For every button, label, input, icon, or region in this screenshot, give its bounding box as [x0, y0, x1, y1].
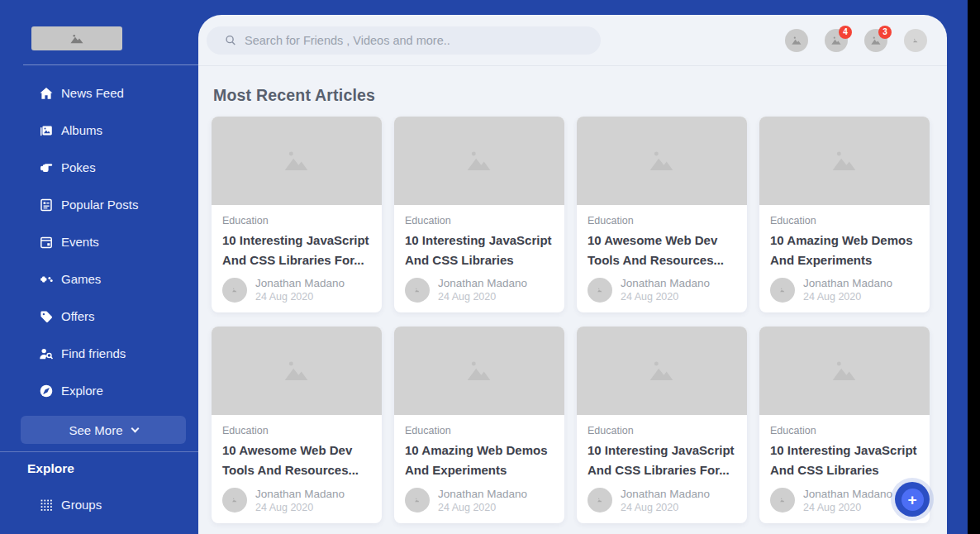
- calendar-icon: [39, 235, 54, 250]
- author-avatar: [405, 488, 430, 513]
- sidebar-item-offers[interactable]: Offers: [0, 298, 198, 335]
- plus-icon: +: [902, 489, 924, 511]
- article-date: 24 Aug 2020: [438, 502, 527, 513]
- article-author-row: Jonathan Madano 24 Aug 2020: [588, 488, 735, 513]
- avatar-placeholder-icon: [779, 498, 786, 503]
- search-bar[interactable]: [207, 26, 601, 55]
- article-category: Education: [588, 425, 735, 436]
- article-card[interactable]: Education 10 Amazing Web Demos And Exper…: [759, 117, 930, 312]
- article-category: Education: [770, 425, 918, 436]
- notification-badge: 3: [878, 26, 892, 39]
- image-placeholder-icon: [461, 358, 497, 384]
- see-more-button[interactable]: See More: [21, 416, 186, 444]
- sidebar-item-games[interactable]: Games: [0, 260, 198, 298]
- article-image-placeholder: [759, 117, 930, 205]
- article-title[interactable]: 10 Interesting JavaScript And CSS Librar…: [770, 441, 918, 479]
- sidebar-item-popular-posts[interactable]: Popular Posts: [0, 186, 198, 223]
- search-input[interactable]: [245, 34, 589, 47]
- article-category: Education: [405, 215, 553, 226]
- article-image-placeholder: [212, 117, 382, 205]
- sidebar-item-label: Popular Posts: [61, 198, 138, 212]
- sidebar-section-title: Explore: [27, 460, 198, 477]
- article-title[interactable]: 10 Interesting JavaScript And CSS Librar…: [222, 231, 370, 269]
- article-title[interactable]: 10 Interesting JavaScript And CSS Librar…: [405, 231, 553, 269]
- article-title[interactable]: 10 Amazing Web Demos And Experiments: [405, 441, 553, 479]
- author-name: Jonathan Madano: [255, 277, 345, 289]
- article-card-body: Education 10 Awesome Web Dev Tools And R…: [577, 205, 747, 312]
- sidebar-item-find-friends[interactable]: Find friends: [0, 335, 198, 372]
- header-icon-row: 4 3: [768, 29, 927, 52]
- image-placeholder-icon: [461, 148, 497, 174]
- tag-icon: [39, 309, 54, 324]
- author-name: Jonathan Madano: [621, 277, 710, 289]
- avatar-placeholder-icon: [231, 288, 238, 293]
- author-name: Jonathan Madano: [803, 488, 892, 500]
- top-bar: 4 3: [198, 15, 947, 66]
- article-card[interactable]: Education 10 Amazing Web Demos And Exper…: [394, 327, 564, 522]
- image-placeholder-icon: [826, 358, 863, 384]
- articles-grid: Education 10 Interesting JavaScript And …: [198, 117, 947, 523]
- sidebar: News Feed Albums Pokes Popular Posts: [0, 0, 198, 534]
- article-card[interactable]: Education 10 Awesome Web Dev Tools And R…: [577, 117, 747, 312]
- article-date: 24 Aug 2020: [803, 291, 892, 303]
- sidebar-item-news-feed[interactable]: News Feed: [0, 74, 198, 112]
- search-icon: [225, 34, 236, 46]
- article-author-row: Jonathan Madano 24 Aug 2020: [770, 277, 918, 303]
- article-card[interactable]: Education 10 Interesting JavaScript And …: [394, 117, 564, 312]
- sidebar-item-pokes[interactable]: Pokes: [0, 149, 198, 186]
- header-image-button-2[interactable]: 4: [825, 29, 848, 52]
- chevron-down-icon: [131, 424, 139, 432]
- compass-icon: [39, 384, 54, 398]
- article-card-body: Education 10 Interesting JavaScript And …: [577, 415, 747, 522]
- article-author-row: Jonathan Madano 24 Aug 2020: [222, 277, 370, 303]
- article-author-row: Jonathan Madano 24 Aug 2020: [222, 488, 370, 513]
- avatar-placeholder-icon: [912, 38, 919, 43]
- sidebar-item-label: Groups: [61, 498, 102, 512]
- sidebar-item-label: Explore: [61, 384, 103, 398]
- sidebar-nav: News Feed Albums Pokes Popular Posts: [0, 74, 198, 409]
- article-title[interactable]: 10 Awesome Web Dev Tools And Resources..…: [588, 231, 735, 269]
- sidebar-item-label: News Feed: [61, 86, 124, 100]
- sidebar-item-albums[interactable]: Albums: [0, 112, 198, 149]
- avatar-placeholder-icon: [414, 498, 421, 503]
- sidebar-item-explore[interactable]: Explore: [0, 372, 198, 409]
- image-placeholder-icon: [67, 32, 87, 45]
- home-icon: [39, 86, 54, 101]
- article-image-placeholder: [212, 327, 382, 415]
- image-placeholder-icon: [826, 148, 863, 174]
- header-image-button-1[interactable]: [785, 29, 808, 52]
- article-title[interactable]: 10 Interesting JavaScript And CSS Librar…: [588, 441, 735, 479]
- sidebar-item-events[interactable]: Events: [0, 223, 198, 260]
- add-post-fab[interactable]: +: [895, 482, 930, 517]
- hand-point-icon: [39, 160, 54, 175]
- gamepad-icon: [39, 272, 54, 287]
- author-avatar: [222, 278, 247, 303]
- author-avatar: [770, 488, 795, 513]
- sidebar-item-label: Events: [61, 235, 99, 249]
- app-page: News Feed Albums Pokes Popular Posts: [0, 0, 968, 534]
- notification-badge: 4: [839, 26, 852, 39]
- grid-dots-icon: [39, 498, 54, 513]
- see-more-label: See More: [69, 423, 122, 437]
- avatar-placeholder-icon: [231, 498, 238, 503]
- article-card-body: Education 10 Awesome Web Dev Tools And R…: [212, 415, 382, 522]
- author-name: Jonathan Madano: [438, 488, 527, 500]
- article-title[interactable]: 10 Awesome Web Dev Tools And Resources..…: [222, 441, 370, 479]
- article-card[interactable]: Education 10 Interesting JavaScript And …: [577, 327, 747, 522]
- sidebar-item-label: Find friends: [61, 346, 126, 360]
- article-title[interactable]: 10 Amazing Web Demos And Experiments: [770, 231, 918, 269]
- profile-avatar-button[interactable]: [904, 29, 927, 52]
- sidebar-section-list: Groups: [0, 486, 198, 534]
- article-card-body: Education 10 Amazing Web Demos And Exper…: [394, 415, 564, 522]
- screen-edge-strip: [968, 0, 980, 534]
- app-logo[interactable]: [31, 26, 122, 50]
- header-image-button-3[interactable]: 3: [864, 29, 887, 52]
- article-card-body: Education 10 Interesting JavaScript And …: [212, 205, 382, 312]
- article-card[interactable]: Education 10 Awesome Web Dev Tools And R…: [212, 327, 382, 522]
- sidebar-item-groups[interactable]: Groups: [0, 486, 198, 523]
- sidebar-item-partial[interactable]: [0, 523, 198, 534]
- article-date: 24 Aug 2020: [255, 502, 345, 513]
- article-card[interactable]: Education 10 Interesting JavaScript And …: [212, 117, 382, 312]
- article-image-placeholder: [759, 327, 930, 415]
- author-name: Jonathan Madano: [803, 277, 892, 289]
